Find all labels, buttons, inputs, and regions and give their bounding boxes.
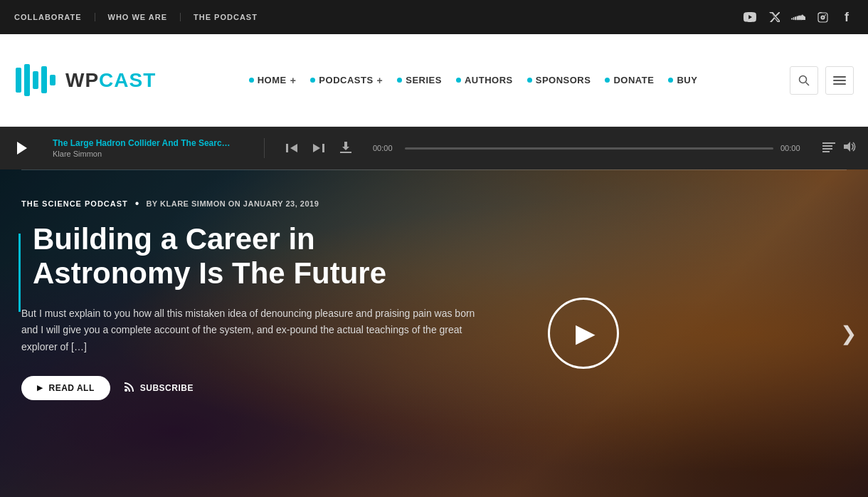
svg-marker-23 — [844, 142, 850, 152]
nav-sponsors-label: SPONSORS — [536, 75, 591, 85]
download-button[interactable] — [336, 138, 356, 158]
topnav-collaborate[interactable]: COLLABORATE — [14, 13, 95, 21]
svg-point-8 — [800, 75, 807, 83]
svg-rect-7 — [50, 75, 55, 85]
svg-rect-18 — [340, 152, 351, 153]
svg-rect-22 — [822, 151, 830, 152]
nav-dot-podcasts — [310, 78, 315, 83]
svg-rect-0 — [818, 13, 827, 22]
volume-icon[interactable] — [844, 141, 857, 156]
svg-rect-21 — [822, 148, 832, 150]
svg-rect-12 — [833, 83, 846, 85]
time-current: 00:00 — [373, 144, 398, 152]
nav-donate[interactable]: DONATE — [599, 70, 660, 90]
logo-svg-icon — [14, 61, 57, 100]
search-button[interactable] — [790, 66, 818, 95]
svg-marker-16 — [313, 144, 320, 152]
playlist-icon[interactable] — [822, 141, 835, 156]
hero-meta: THE SCIENCE PODCAST • BY KLARE SIMMON ON… — [21, 198, 477, 209]
nav-dot-buy — [668, 78, 673, 83]
track-title: The Large Hadron Collider And The Searc… — [53, 138, 255, 148]
player-progress: 00:00 00:00 — [373, 144, 805, 152]
logo-text: WPCAST — [65, 69, 156, 92]
nav-home-plus: + — [290, 75, 297, 86]
menu-button[interactable] — [825, 66, 854, 95]
next-slide-arrow[interactable]: ❯ — [840, 322, 857, 345]
instagram-icon[interactable] — [815, 10, 830, 24]
track-info: The Large Hadron Collider And The Searc…… — [44, 138, 265, 158]
svg-marker-14 — [290, 144, 297, 152]
nav-home-label: HOME — [258, 75, 287, 85]
svg-point-24 — [125, 389, 127, 392]
soundcloud-icon[interactable] — [791, 10, 805, 24]
nav-dot-series — [397, 78, 402, 83]
main-nav: HOME + PODCASTS + SERIES AUTHORS SPONSOR… — [157, 70, 790, 90]
nav-sponsors[interactable]: SPONSORS — [522, 70, 597, 90]
player-play-button[interactable] — [11, 137, 33, 159]
nav-buy[interactable]: BUY — [662, 70, 703, 90]
player-bar: The Large Hadron Collider And The Searc…… — [0, 127, 868, 169]
nav-authors-label: AUTHORS — [465, 75, 513, 85]
svg-rect-15 — [286, 144, 288, 152]
hero-play-circle[interactable]: ▶ — [548, 298, 619, 369]
player-right — [817, 141, 857, 156]
hero-excerpt: But I must explain to you how all this m… — [21, 305, 477, 356]
logo[interactable]: WPCAST — [14, 61, 157, 100]
nav-buy-label: BUY — [677, 75, 697, 85]
hero-title: Building a Career in Astronomy Is The Fu… — [21, 222, 477, 291]
top-bar: COLLABORATE WHO WE ARE THE PODCAST f — [0, 0, 868, 34]
nav-donate-label: DONATE — [613, 75, 654, 85]
next-track-button[interactable] — [309, 138, 329, 158]
nav-dot-authors — [456, 78, 461, 83]
twitter-icon[interactable] — [767, 10, 781, 24]
nav-podcasts-label: PODCASTS — [319, 75, 373, 85]
podcast-label: THE SCIENCE PODCAST — [21, 199, 128, 208]
nav-home[interactable]: HOME + — [243, 70, 302, 90]
facebook-icon[interactable]: f — [840, 10, 854, 24]
svg-rect-19 — [822, 142, 835, 144]
nav-dot-sponsors — [527, 78, 532, 83]
track-author: Klare Simmon — [53, 150, 255, 158]
meta-separator: • — [135, 198, 139, 209]
author-meta: BY KLARE SIMMON ON JANUARY 23, 2019 — [146, 199, 319, 208]
nav-series-label: SERIES — [406, 75, 442, 85]
nav-authors[interactable]: AUTHORS — [450, 70, 519, 90]
youtube-icon[interactable] — [743, 10, 757, 24]
svg-rect-3 — [16, 68, 21, 93]
hero-play-icon: ▶ — [576, 318, 596, 348]
nav-dot-home — [249, 78, 254, 83]
hero-buttons: ▶ READ ALL SUBSCRIBE — [21, 376, 477, 400]
nav-series[interactable]: SERIES — [391, 70, 448, 90]
svg-rect-5 — [33, 71, 38, 89]
nav-dot-donate — [605, 78, 610, 83]
svg-rect-6 — [41, 66, 47, 93]
read-all-button[interactable]: ▶ READ ALL — [21, 376, 110, 400]
header-actions — [790, 66, 854, 95]
time-total: 00:00 — [780, 144, 805, 152]
svg-marker-13 — [17, 142, 27, 155]
svg-rect-11 — [833, 80, 846, 81]
svg-line-9 — [806, 82, 810, 85]
svg-point-2 — [825, 14, 826, 15]
read-all-label: READ ALL — [49, 383, 95, 393]
header: WPCAST HOME + PODCASTS + SERIES AUTHORS … — [0, 34, 868, 127]
svg-rect-10 — [833, 76, 846, 78]
topnav-who-we-are[interactable]: WHO WE ARE — [95, 13, 181, 21]
play-icon-small: ▶ — [37, 384, 43, 392]
top-nav: COLLABORATE WHO WE ARE THE PODCAST — [14, 13, 270, 21]
prev-track-button[interactable] — [282, 138, 302, 158]
topnav-the-podcast[interactable]: THE PODCAST — [181, 13, 270, 21]
subscribe-label: SUBSCRIBE — [140, 383, 194, 393]
subscribe-button[interactable]: SUBSCRIBE — [125, 382, 194, 394]
svg-rect-17 — [322, 144, 324, 152]
nav-podcasts[interactable]: PODCASTS + — [305, 70, 388, 90]
svg-rect-4 — [24, 64, 30, 96]
rss-icon — [125, 382, 134, 394]
hero-section: THE SCIENCE PODCAST • BY KLARE SIMMON ON… — [0, 169, 868, 497]
hero-content: THE SCIENCE PODCAST • BY KLARE SIMMON ON… — [0, 169, 498, 422]
nav-podcasts-plus: + — [377, 75, 383, 86]
top-social: f — [743, 10, 854, 24]
progress-track[interactable] — [405, 147, 773, 150]
svg-rect-20 — [822, 145, 832, 147]
player-controls — [276, 138, 361, 158]
